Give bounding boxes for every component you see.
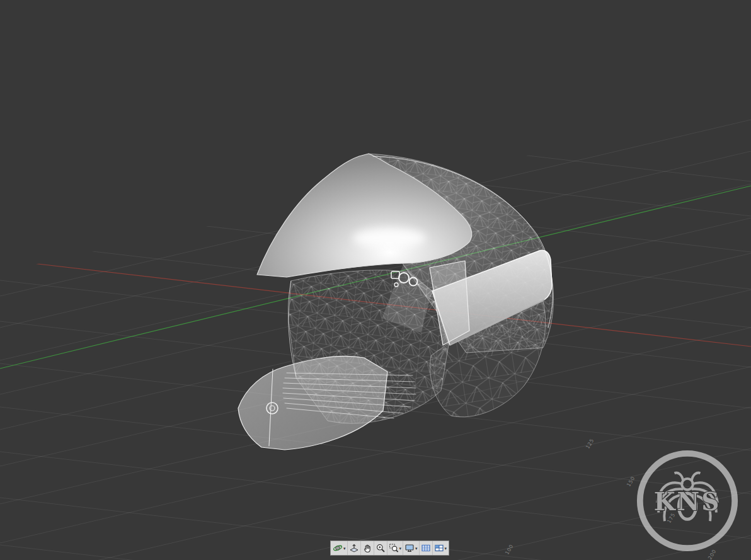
orbit-button[interactable]: ▾ [331, 541, 348, 555]
dropdown-caret: ▾ [343, 546, 346, 551]
zoom-button[interactable] [374, 541, 387, 555]
pan-button[interactable] [361, 541, 374, 555]
grid-toggle-button[interactable] [420, 541, 433, 555]
display-mode-button[interactable]: ▾ [403, 541, 420, 555]
viewport-3d[interactable]: 100 125 150 175 200 KNS [0, 0, 751, 560]
pan-hand-icon [362, 543, 372, 553]
crest-specular-highlight [353, 228, 426, 248]
dropdown-caret: ▾ [415, 546, 418, 551]
display-mode-icon [404, 543, 415, 553]
zoom-icon [376, 543, 386, 553]
viewport-layout-button[interactable]: ▾ [433, 541, 449, 555]
dropdown-caret: ▾ [445, 546, 447, 551]
dropdown-caret: ▾ [399, 546, 402, 551]
zoom-window-icon [389, 543, 399, 553]
kns-watermark-logo: KNS [635, 449, 740, 553]
viewport-toolbar: ▾ ▾ [330, 540, 449, 556]
kns-watermark-text: KNS [654, 487, 721, 516]
view-plane-button[interactable] [348, 541, 361, 555]
orbit-icon [333, 543, 343, 553]
zoom-window-button[interactable]: ▾ [387, 541, 404, 555]
view-plane-icon [349, 543, 359, 553]
viewport-layout-icon [434, 543, 444, 553]
grid-icon [421, 543, 431, 553]
